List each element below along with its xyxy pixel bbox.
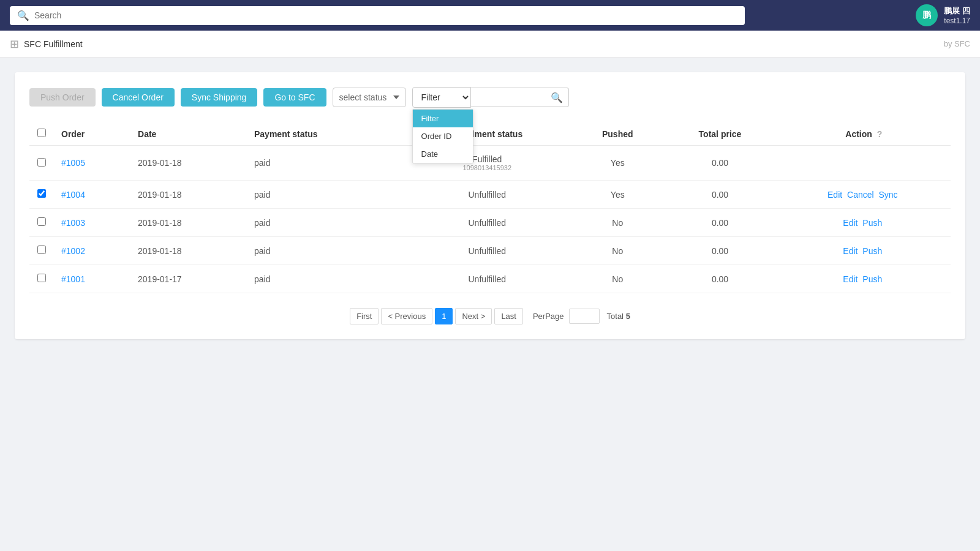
table-row: #10042019-01-18paidUnfulfilledYes0.00Edi… [29,181,951,209]
action-edit-#1004[interactable]: Edit [827,190,845,200]
action-push-#1001[interactable]: Push [862,274,882,284]
row-checkbox-#1002[interactable] [37,246,46,254]
by-sfc: by SFC [944,39,970,48]
order-link-#1003[interactable]: #1003 [61,218,85,228]
col-payment-status: Payment status [247,122,402,146]
main-content: Push Order Cancel Order Sync Shipping Go… [0,58,980,354]
table-row: #10022019-01-18paidUnfulfilledNo0.00Edit… [29,237,951,265]
row-pushed: No [572,265,663,293]
row-fulfillment-status: Unfulfilled [402,265,572,293]
row-pushed: Yes [572,181,663,209]
row-date: 2019-01-17 [130,265,247,293]
user-info: 鹏 鹏展 四 test1.17 [916,4,970,26]
user-sub: test1.17 [944,17,970,25]
table-row: #10032019-01-18paidUnfulfilledNo0.00Edit… [29,209,951,237]
action-push-#1003[interactable]: Push [862,218,882,228]
action-cancel-#1004[interactable]: Cancel [847,190,876,200]
table-row: #10052019-01-18paidFulfilled109801341593… [29,146,951,181]
order-link-#1004[interactable]: #1004 [61,190,85,200]
filter-type-select[interactable]: Filter Order ID Date [412,87,471,108]
pagination: First < Previous 1 Next > Last PerPage 2… [29,308,951,324]
row-total-price: 0.00 [663,209,777,237]
action-help-icon[interactable]: ? [877,129,883,139]
first-page-button[interactable]: First [350,308,379,324]
orders-table: Order Date Payment status Fulfillment st… [29,122,951,293]
row-total-price: 0.00 [663,237,777,265]
cancel-order-button[interactable]: Cancel Order [102,88,175,107]
col-total-price: Total price [663,122,777,146]
col-order: Order [54,122,130,146]
filter-dropdown: Filter Order ID Date [412,109,473,163]
action-push-#1002[interactable]: Push [862,246,882,256]
row-date: 2019-01-18 [130,146,247,181]
row-pushed: Yes [572,146,663,181]
select-all-checkbox[interactable] [37,129,46,137]
row-checkbox-#1005[interactable] [37,158,46,167]
row-payment-status: paid [247,237,402,265]
row-actions [777,146,951,181]
row-fulfillment-sub: 1098013415932 [409,164,565,171]
row-payment-status: paid [247,146,402,181]
row-fulfillment-status: Unfulfilled [402,209,572,237]
row-total-price: 0.00 [663,146,777,181]
row-fulfillment-status: Unfulfilled [402,237,572,265]
row-date: 2019-01-18 [130,209,247,237]
row-actions: Edit Push [777,209,951,237]
row-actions: Edit Cancel Sync [777,181,951,209]
filter-option-filter[interactable]: Filter [413,110,473,127]
row-pushed: No [572,209,663,237]
top-nav: 🔍 鹏 鹏展 四 test1.17 [0,0,980,31]
app-bar: ⊞ SFC Fulfillment by SFC [0,31,980,58]
per-page-input[interactable]: 20 [569,309,600,324]
row-payment-status: paid [247,209,402,237]
prev-page-button[interactable]: < Previous [381,308,432,324]
app-title-row: ⊞ SFC Fulfillment [10,37,83,51]
filter-option-date[interactable]: Date [413,145,473,163]
page-1-button[interactable]: 1 [435,308,453,324]
col-action: Action ? [777,122,951,146]
last-page-button[interactable]: Last [494,308,523,324]
row-checkbox-#1004[interactable] [37,189,46,198]
app-title: SFC Fulfillment [24,39,83,49]
row-total-price: 0.00 [663,181,777,209]
search-input[interactable] [34,10,737,20]
row-date: 2019-01-18 [130,237,247,265]
row-checkbox-#1001[interactable] [37,274,46,282]
per-page-label: PerPage [533,312,564,321]
sync-shipping-button[interactable]: Sync Shipping [181,88,258,107]
action-sync-#1004[interactable]: Sync [879,190,898,200]
row-date: 2019-01-18 [130,181,247,209]
go-to-sfc-button[interactable]: Go to SFC [263,88,326,107]
row-payment-status: paid [247,265,402,293]
user-name: 鹏展 四 [944,6,970,17]
row-actions: Edit Push [777,265,951,293]
order-link-#1001[interactable]: #1001 [61,274,85,284]
search-bar[interactable]: 🔍 [10,6,745,25]
action-edit-#1002[interactable]: Edit [843,246,860,256]
action-edit-#1001[interactable]: Edit [843,274,860,284]
order-link-#1002[interactable]: #1002 [61,246,85,256]
toolbar: Push Order Cancel Order Sync Shipping Go… [29,87,951,108]
row-checkbox-#1003[interactable] [37,217,46,226]
next-page-button[interactable]: Next > [455,308,492,324]
user-text: 鹏展 四 test1.17 [944,6,970,25]
search-icon: 🔍 [17,10,29,21]
order-link-#1005[interactable]: #1005 [61,158,85,168]
total-label: Total 5 [607,312,630,321]
avatar: 鹏 [916,4,938,26]
row-payment-status: paid [247,181,402,209]
row-actions: Edit Push [777,237,951,265]
table-row: #10012019-01-17paidUnfulfilledNo0.00Edit… [29,265,951,293]
app-icon: ⊞ [10,37,19,51]
row-fulfillment-status: Unfulfilled [402,181,572,209]
main-card: Push Order Cancel Order Sync Shipping Go… [15,72,965,339]
filter-option-orderid[interactable]: Order ID [413,127,473,145]
row-total-price: 0.00 [663,265,777,293]
push-order-button[interactable]: Push Order [29,88,96,107]
row-pushed: No [572,237,663,265]
filter-group: Filter Order ID Date 🔍 Filter Order ID D… [412,87,569,108]
select-status-dropdown[interactable]: select status [333,88,406,107]
col-pushed: Pushed [572,122,663,146]
action-edit-#1003[interactable]: Edit [843,218,860,228]
col-checkbox [29,122,54,146]
